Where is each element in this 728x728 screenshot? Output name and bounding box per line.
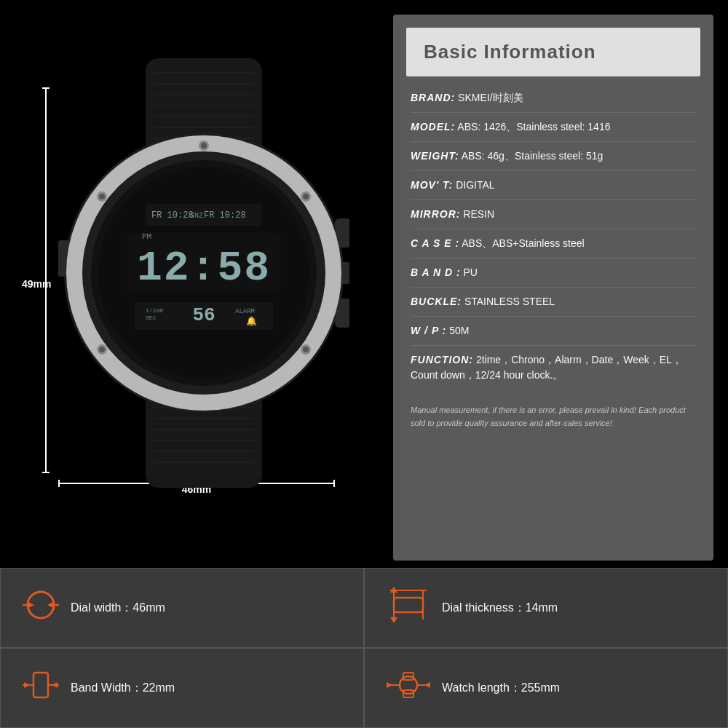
info-row-value: ABS: 1426、Stainless steel: 1416 <box>457 121 610 132</box>
info-row-value: SKMEI/时刻美 <box>458 92 523 103</box>
info-row-label: MODEL: <box>411 121 455 132</box>
spec-cell: Watch length：255mm <box>364 648 728 728</box>
top-section: 49mm 46mm <box>0 0 728 568</box>
spec-icon <box>387 667 430 710</box>
info-row-label: MOV' T: <box>411 179 453 191</box>
info-row: WEIGHT: ABS: 46g、Stainless steel: 51g <box>411 142 696 171</box>
spec-icon <box>23 587 59 630</box>
info-disclaimer: Manual measurement, if there is an error… <box>393 397 713 437</box>
info-row-value: STAINLESS STEEL <box>464 296 555 307</box>
spec-icon <box>23 667 59 710</box>
info-row: MIRROR: RESIN <box>411 200 696 229</box>
svg-text:FR 10:28: FR 10:28 <box>204 210 246 221</box>
info-row: MODEL: ABS: 1426、Stainless steel: 1416 <box>411 113 696 142</box>
info-row-label: B A N D : <box>411 266 461 278</box>
bottom-specs-bar: Dial width：46mm Dial thickness：14mm Band… <box>0 568 728 728</box>
info-row: W / P : 50M <box>411 317 696 346</box>
info-row-label: W / P : <box>411 325 446 336</box>
spec-cell: Dial thickness：14mm <box>364 568 728 648</box>
svg-point-29 <box>99 347 105 352</box>
svg-rect-52 <box>394 598 423 612</box>
info-row: B A N D : PU <box>411 258 696 288</box>
info-panel: Basic Information BRAND: SKMEI/时刻美MODEL:… <box>393 15 713 561</box>
svg-text:12:58: 12:58 <box>137 245 271 292</box>
info-row: BUCKLE: STAINLESS STEEL <box>411 288 696 317</box>
height-dimension-label: 49mm <box>22 278 51 290</box>
svg-marker-49 <box>28 602 34 608</box>
info-row-value: PU <box>464 266 478 278</box>
info-row: FUNCTION: 2time，Chrono，Alarm，Date，Week，E… <box>411 346 696 389</box>
info-row-label: FUNCTION: <box>411 354 473 365</box>
svg-text:ALARM: ALARM <box>235 308 255 315</box>
spec-icon <box>387 587 430 630</box>
info-row-label: WEIGHT: <box>411 150 459 162</box>
svg-rect-58 <box>33 673 48 697</box>
svg-marker-60 <box>24 682 30 688</box>
svg-text:1/100: 1/100 <box>146 307 163 314</box>
svg-point-27 <box>303 347 309 352</box>
svg-text:56: 56 <box>192 304 215 326</box>
info-row-value: DIGITAL <box>456 179 494 191</box>
svg-marker-69 <box>424 682 430 688</box>
info-row-value: ABS、ABS+Stainless steel <box>462 237 584 249</box>
spec-cell: Band Width：22mm <box>0 648 364 728</box>
info-title-bar: Basic Information <box>406 28 700 76</box>
svg-marker-51 <box>47 602 53 608</box>
watch-image: SNZ FR 10:28 FR 10:28 PM 12:58 1/100 SEC… <box>58 58 349 488</box>
svg-point-23 <box>201 143 207 149</box>
svg-marker-62 <box>52 682 58 688</box>
watch-area: 49mm 46mm <box>0 0 393 568</box>
info-row-label: BRAND: <box>411 92 455 103</box>
info-row-label: C A S E : <box>411 237 459 249</box>
spec-text: Dial thickness：14mm <box>442 601 558 616</box>
spec-text: Dial width：46mm <box>71 601 165 616</box>
info-content: BRAND: SKMEI/时刻美MODEL: ABS: 1426、Stainle… <box>393 76 713 397</box>
info-row-value: ABS: 46g、Stainless steel: 51g <box>462 150 604 162</box>
spec-text: Watch length：255mm <box>442 681 560 696</box>
info-row: MOV' T: DIGITAL <box>411 171 696 200</box>
svg-text:SEC: SEC <box>146 314 157 321</box>
info-row: BRAND: SKMEI/时刻美 <box>411 84 696 113</box>
svg-marker-57 <box>390 617 397 623</box>
svg-text:PM: PM <box>142 232 151 241</box>
svg-point-25 <box>303 194 309 199</box>
svg-text:FR 10:28: FR 10:28 <box>151 210 194 221</box>
info-row: C A S E : ABS、ABS+Stainless steel <box>411 229 696 258</box>
svg-point-31 <box>99 194 105 199</box>
svg-text:🔔: 🔔 <box>246 315 257 326</box>
info-row-label: BUCKLE: <box>411 296 462 307</box>
info-row-label: MIRROR: <box>411 208 460 220</box>
svg-marker-67 <box>387 682 392 688</box>
spec-cell: Dial width：46mm <box>0 568 364 648</box>
svg-point-63 <box>400 676 417 694</box>
spec-text: Band Width：22mm <box>71 681 175 696</box>
info-row-value: 50M <box>449 325 469 336</box>
info-row-value: RESIN <box>463 208 494 220</box>
info-title: Basic Information <box>424 41 596 63</box>
